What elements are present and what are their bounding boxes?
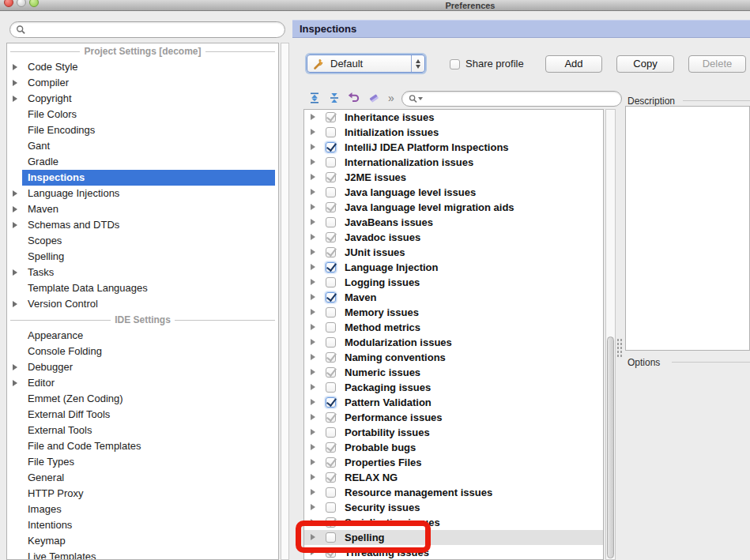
inspection-row-probable-bugs[interactable]: Probable bugs <box>304 440 603 455</box>
inspection-row-logging-issues[interactable]: Logging issues <box>304 275 603 290</box>
inspection-row-modularization-issues[interactable]: Modularization issues <box>304 335 603 350</box>
expand-arrow-icon[interactable] <box>311 249 315 255</box>
inspection-row-initialization-issues[interactable]: Initialization issues <box>304 125 603 140</box>
expand-arrow-icon[interactable] <box>311 444 315 450</box>
close-button[interactable] <box>4 0 13 7</box>
dropdown-stepper-icon[interactable] <box>411 55 424 72</box>
inspection-checkbox[interactable] <box>326 187 336 197</box>
inspection-row-resource-management-issues[interactable]: Resource management issues <box>304 485 603 500</box>
expand-arrow-icon[interactable] <box>13 222 17 228</box>
expand-arrow-icon[interactable] <box>311 159 315 165</box>
inspection-checkbox[interactable] <box>326 427 336 438</box>
expand-arrow-icon[interactable] <box>13 364 17 370</box>
sidebar-item-external-tools[interactable]: External Tools <box>7 423 278 438</box>
copy-button[interactable]: Copy <box>616 55 674 73</box>
expand-arrow-icon[interactable] <box>311 279 315 285</box>
expand-arrow-icon[interactable] <box>311 129 315 135</box>
inspection-checkbox[interactable] <box>326 367 336 378</box>
expand-arrow-icon[interactable] <box>13 269 17 276</box>
sidebar-item-appearance[interactable]: Appearance <box>7 328 278 344</box>
inspection-checkbox[interactable] <box>326 112 336 122</box>
expand-arrow-icon[interactable] <box>311 114 315 120</box>
sidebar-item-file-colors[interactable]: File Colors <box>7 107 278 122</box>
expand-arrow-icon[interactable] <box>13 64 17 70</box>
sidebar-item-inspections[interactable]: Inspections <box>22 170 275 186</box>
splitter-handle[interactable] <box>616 338 623 359</box>
minimize-button[interactable] <box>17 0 26 7</box>
expand-arrow-icon[interactable] <box>311 324 315 330</box>
scrollbar-thumb[interactable] <box>607 336 614 558</box>
inspection-row-properties-files[interactable]: Properties Files <box>304 455 603 470</box>
expand-arrow-icon[interactable] <box>311 429 315 435</box>
settings-search-field[interactable] <box>9 21 285 38</box>
expand-arrow-icon[interactable] <box>311 489 315 495</box>
inspection-row-inheritance-issues[interactable]: Inheritance issues <box>304 110 603 125</box>
sidebar-item-version-control[interactable]: Version Control <box>7 296 278 312</box>
inspection-row-relax-ng[interactable]: RELAX NG <box>304 470 603 485</box>
expand-arrow-icon[interactable] <box>311 234 315 240</box>
inspection-row-security-issues[interactable]: Security issues <box>304 500 603 515</box>
inspection-row-javadoc-issues[interactable]: Javadoc issues <box>304 230 603 245</box>
inspection-checkbox[interactable] <box>326 307 336 318</box>
expand-all-icon[interactable] <box>308 92 321 104</box>
sidebar-item-spelling[interactable]: Spelling <box>7 249 278 265</box>
sidebar-item-scopes[interactable]: Scopes <box>7 233 278 249</box>
expand-arrow-icon[interactable] <box>311 474 315 480</box>
expand-arrow-icon[interactable] <box>311 354 315 360</box>
sidebar-item-images[interactable]: Images <box>7 502 278 517</box>
expand-arrow-icon[interactable] <box>13 206 17 212</box>
inspection-checkbox[interactable] <box>326 397 336 408</box>
inspection-checkbox[interactable] <box>326 472 336 483</box>
inspection-row-javabeans-issues[interactable]: JavaBeans issues <box>304 215 603 230</box>
sidebar-item-copyright[interactable]: Copyright <box>7 91 278 107</box>
expand-arrow-icon[interactable] <box>311 399 315 405</box>
inspection-checkbox[interactable] <box>326 247 336 257</box>
inspection-row-language-injection[interactable]: Language Injection <box>304 260 603 275</box>
inspection-row-pattern-validation[interactable]: Pattern Validation <box>304 395 603 410</box>
sidebar-item-maven[interactable]: Maven <box>7 201 278 217</box>
inspection-checkbox[interactable] <box>326 232 336 242</box>
inspection-checkbox[interactable] <box>326 412 336 423</box>
expand-arrow-icon[interactable] <box>311 144 315 150</box>
sidebar-item-gant[interactable]: Gant <box>7 138 278 154</box>
sidebar-scrollbar[interactable] <box>281 43 289 560</box>
settings-search-input[interactable] <box>26 22 285 37</box>
inspection-checkbox[interactable] <box>326 262 336 272</box>
undo-icon[interactable] <box>348 92 360 104</box>
expand-arrow-icon[interactable] <box>311 309 315 315</box>
inspection-checkbox[interactable] <box>326 157 336 167</box>
sidebar-item-tasks[interactable]: Tasks <box>7 265 278 280</box>
delete-button[interactable]: Delete <box>688 55 746 73</box>
inspection-checkbox[interactable] <box>326 352 336 363</box>
inspection-checkbox[interactable] <box>326 127 336 137</box>
inspection-checkbox[interactable] <box>326 322 336 333</box>
expand-arrow-icon[interactable] <box>13 80 17 86</box>
expand-arrow-icon[interactable] <box>13 190 17 197</box>
sidebar-item-editor[interactable]: Editor <box>7 375 278 391</box>
sidebar-item-language-injections[interactable]: Language Injections <box>7 186 278 201</box>
inspection-row-numeric-issues[interactable]: Numeric issues <box>304 365 603 380</box>
expand-arrow-icon[interactable] <box>13 380 17 386</box>
inspection-checkbox[interactable] <box>326 487 336 498</box>
inspection-checkbox[interactable] <box>326 292 336 303</box>
inspections-search-field[interactable] <box>401 91 622 107</box>
sidebar-item-schemas-and-dtds[interactable]: Schemas and DTDs <box>7 217 278 233</box>
inspection-checkbox[interactable] <box>326 337 336 348</box>
inspection-checkbox[interactable] <box>326 172 336 182</box>
sidebar-item-template-data-languages[interactable]: Template Data Languages <box>7 280 278 296</box>
inspection-checkbox[interactable] <box>326 442 336 453</box>
inspections-tree-scrollbar[interactable] <box>605 109 616 560</box>
sidebar-item-keymap[interactable]: Keymap <box>7 533 278 549</box>
inspection-row-internationalization-issues[interactable]: Internationalization issues <box>304 155 603 170</box>
expand-arrow-icon[interactable] <box>311 414 315 420</box>
sidebar-item-code-style[interactable]: Code Style <box>7 59 278 75</box>
expand-arrow-icon[interactable] <box>311 174 315 180</box>
expand-arrow-icon[interactable] <box>13 301 17 307</box>
inspection-row-method-metrics[interactable]: Method metrics <box>304 320 603 335</box>
inspection-checkbox[interactable] <box>326 382 336 393</box>
inspection-row-java-language-level-migration-aids[interactable]: Java language level migration aids <box>304 200 603 215</box>
sidebar-item-emmet-zen-coding[interactable]: Emmet (Zen Coding) <box>7 391 278 407</box>
expand-arrow-icon[interactable] <box>311 339 315 345</box>
inspection-row-j2me-issues[interactable]: J2ME issues <box>304 170 603 185</box>
inspection-checkbox[interactable] <box>326 502 336 513</box>
